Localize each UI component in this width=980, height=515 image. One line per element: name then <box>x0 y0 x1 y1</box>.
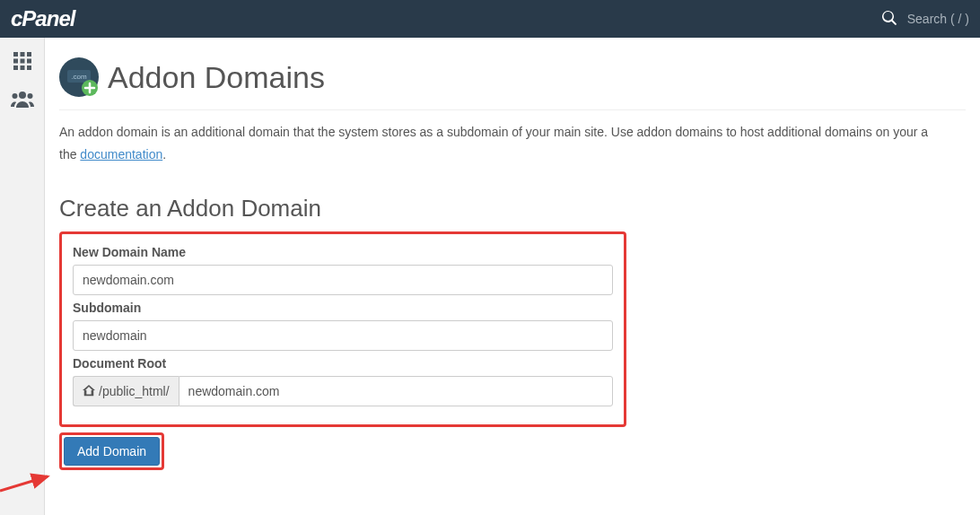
page-title: Addon Domains <box>108 60 325 95</box>
svg-text:.com: .com <box>71 73 87 81</box>
docroot-prefix: /public_html/ <box>73 376 179 406</box>
search-placeholder[interactable]: Search ( / ) <box>907 12 969 26</box>
svg-rect-4 <box>20 59 24 64</box>
add-domain-button[interactable]: Add Domain <box>64 437 160 466</box>
home-icon <box>83 384 95 399</box>
sidebar-apps-grid[interactable] <box>10 48 35 74</box>
cpanel-logo: Panel <box>11 6 74 31</box>
svg-rect-3 <box>13 59 18 64</box>
svg-point-10 <box>12 93 17 99</box>
svg-rect-2 <box>27 52 31 57</box>
form-group-subdomain: Subdomain <box>73 301 613 351</box>
subdomain-label: Subdomain <box>73 301 613 315</box>
sidebar-users[interactable] <box>10 86 35 111</box>
svg-rect-7 <box>20 65 24 70</box>
form-group-new-domain: New Domain Name <box>73 245 613 295</box>
page-header: .com Addon Domains <box>59 48 966 110</box>
svg-point-11 <box>27 93 32 99</box>
create-form-highlight: New Domain Name Subdomain Document Root … <box>59 231 626 427</box>
svg-rect-1 <box>20 52 24 57</box>
form-group-docroot: Document Root /public_html/ <box>73 356 613 406</box>
section-title: Create an Addon Domain <box>59 195 966 223</box>
docroot-label: Document Root <box>73 356 613 371</box>
new-domain-input[interactable] <box>73 265 613 295</box>
add-button-highlight: Add Domain <box>59 432 164 470</box>
docroot-input[interactable] <box>179 376 613 406</box>
new-domain-label: New Domain Name <box>73 245 613 259</box>
documentation-link[interactable]: documentation <box>80 147 162 161</box>
left-sidebar <box>0 38 45 481</box>
svg-rect-0 <box>13 52 18 57</box>
top-navbar: Panel Search ( / ) <box>0 0 980 38</box>
page-description: An addon domain is an additional domain … <box>59 123 966 142</box>
subdomain-input[interactable] <box>73 320 613 351</box>
addon-domains-icon: .com <box>59 57 99 97</box>
svg-point-9 <box>19 92 26 99</box>
svg-rect-8 <box>27 65 31 70</box>
search-area[interactable]: Search ( / ) <box>882 11 969 28</box>
svg-rect-6 <box>13 65 18 70</box>
page-description-line2: the documentation. <box>59 145 966 164</box>
search-icon[interactable] <box>882 11 897 28</box>
svg-rect-5 <box>27 59 31 64</box>
docroot-input-group: /public_html/ <box>73 376 613 406</box>
main-content: .com Addon Domains An addon domain is an… <box>45 38 980 481</box>
